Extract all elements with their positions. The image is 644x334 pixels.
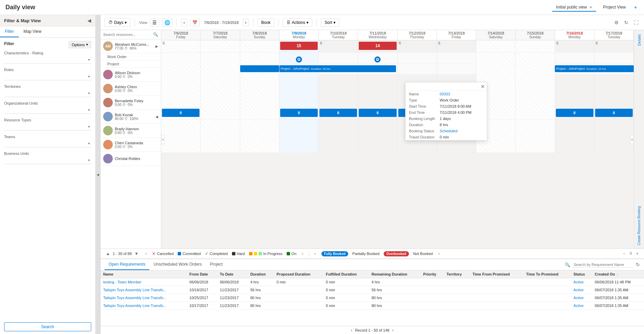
refresh-icon[interactable]: ↻ <box>623 19 630 26</box>
row4-name-link[interactable]: Tailspin Toys Assembly Line Transfo... <box>103 304 166 308</box>
col-proposed-duration[interactable]: Proposed Duration <box>274 270 323 278</box>
col-time-from-promised[interactable]: Time From Promised <box>470 270 523 278</box>
status-prev-button[interactable]: ‹ <box>144 251 148 256</box>
sidebar-collapse-handle[interactable]: ◀ <box>96 15 100 334</box>
resource-item-bernadette[interactable]: Bernadette Foley 0:00 ⏱ 0% <box>100 96 161 110</box>
resource-item-bob[interactable]: Bob Kozak 80:00 ⏱ 100% ◀ <box>100 110 161 124</box>
col-status[interactable]: Status <box>571 270 592 278</box>
filter-characteristics-dropdown[interactable] <box>4 56 91 64</box>
work-order-icon-monday[interactable] <box>296 56 302 63</box>
nav-down-button[interactable]: ▼ <box>133 251 140 256</box>
requirement-search-input[interactable] <box>572 262 634 268</box>
col-fulfilled-duration[interactable]: Fulfilled Duration <box>323 270 369 278</box>
project-bar-johnproject-1[interactable]: Project - JohnProject Duration: 30 hrs <box>279 65 396 72</box>
bob-bar-5[interactable]: 8 <box>359 109 396 117</box>
refresh-button[interactable]: ↻ <box>636 262 640 267</box>
cal-scroll-left[interactable]: ‹ <box>161 135 165 144</box>
tab-initial-public-view[interactable]: Initial public view ✕ <box>552 3 596 12</box>
resource-item-christal[interactable]: Christal Robles <box>100 152 161 166</box>
popup-name-value[interactable]: 00333 <box>440 92 450 96</box>
filter-roles-dropdown[interactable] <box>4 73 91 80</box>
sort-button[interactable]: Sort ▾ <box>321 18 339 27</box>
minus-button[interactable]: − <box>621 251 627 256</box>
cal-cell-0-3[interactable]: 15 <box>279 40 319 52</box>
row3-status-link[interactable]: Active <box>574 296 584 300</box>
cal-wo-3[interactable] <box>279 53 319 64</box>
sidebar-nav-map-view[interactable]: Map View <box>19 26 46 37</box>
tab-project-view[interactable]: Project View <box>599 3 630 12</box>
status-next-button[interactable]: › <box>301 251 305 256</box>
pause-icon[interactable]: ⏸ <box>629 251 633 256</box>
col-created-on[interactable]: Created On ↑ <box>592 270 644 278</box>
col-duration[interactable]: Duration <box>248 270 274 278</box>
filter-territories-dropdown[interactable] <box>4 90 91 97</box>
cal-scroll-right[interactable]: › <box>630 135 634 144</box>
col-territory[interactable]: Territory <box>444 270 470 278</box>
bob-bar-11[interactable]: 8 <box>595 109 633 117</box>
bob-bar-4[interactable]: 8 <box>319 109 357 117</box>
col-priority[interactable]: Priority <box>421 270 444 278</box>
create-resource-booking-tab[interactable]: Create Resource Booking <box>636 203 642 249</box>
col-name[interactable]: Name <box>100 270 187 278</box>
tab-project[interactable]: Project <box>206 259 227 270</box>
bob-bar-10[interactable]: 8 <box>556 109 593 117</box>
tab-close-icon[interactable]: ✕ <box>589 5 592 9</box>
record-next-button[interactable]: › <box>392 328 394 333</box>
cal-bob-4[interactable]: 8 <box>319 107 358 119</box>
expand-icon[interactable]: ⛶ <box>632 19 640 26</box>
booking-bar-15[interactable]: 15 <box>280 42 318 50</box>
col-to-date[interactable]: To Date <box>217 270 248 278</box>
resource-item-cheri[interactable]: Cheri Castaneda 0:00 ⏱ 0% <box>100 138 161 152</box>
cal-bob-0[interactable]: 8 <box>161 107 201 119</box>
calendar-icon-button[interactable]: 📅 <box>190 19 200 26</box>
booking-next-button[interactable]: › <box>437 251 441 256</box>
resource-item-brady[interactable]: Brady Hannon 0:00 ⏱ 0% <box>100 124 161 138</box>
project-bar-johnproject-2[interactable]: Project - JohnProject Duration: 24 hrs <box>555 65 634 72</box>
filter-business-units-dropdown[interactable] <box>4 157 91 164</box>
days-button[interactable]: ⏱ Days ▾ <box>105 18 131 27</box>
sidebar-toggle-button[interactable]: ◀ <box>87 18 91 23</box>
search-icon[interactable]: 🔍 <box>153 32 158 37</box>
overbooked-button[interactable]: Overbooked <box>384 251 409 256</box>
filter-options-button[interactable]: Options ▾ <box>69 41 91 48</box>
popup-booking-status-value[interactable]: Scheduled <box>440 129 457 133</box>
resource-item-abraham[interactable]: AM Abraham McCormi... 77:00 ⏱ 96% ▶ <box>100 39 161 53</box>
tab-unscheduled-work-orders[interactable]: Unscheduled Work Orders <box>149 259 206 270</box>
popup-close-button[interactable]: ✕ <box>481 84 485 89</box>
filter-org-units-dropdown[interactable] <box>4 107 91 114</box>
cal-bob-11[interactable]: 8 <box>594 107 634 119</box>
tab-add-button[interactable]: + <box>633 4 639 11</box>
plus-button[interactable]: + <box>635 251 640 256</box>
settings-icon[interactable]: ⚙ <box>613 19 620 26</box>
resource-item-allison[interactable]: Allison Dickson 0:00 ⏱ 0% <box>100 68 161 82</box>
actions-button[interactable]: ☰ Actions ▾ <box>283 18 312 27</box>
details-tab[interactable]: Details <box>636 30 643 50</box>
resource-expand-abraham[interactable]: ▶ <box>155 44 158 48</box>
col-from-date[interactable]: From Date <box>187 270 217 278</box>
filter-teams-dropdown[interactable] <box>4 140 91 147</box>
row1-name-link[interactable]: testing - Team Member <box>103 280 141 284</box>
book-button[interactable]: Book <box>258 18 274 27</box>
nav-up-button[interactable]: ▲ <box>105 251 111 256</box>
sidebar-nav-filter[interactable]: Filter <box>0 26 19 37</box>
row2-name-link[interactable]: Tailspin Toys Assembly Line Transfo... <box>103 288 166 292</box>
tab-open-requirements[interactable]: Open Requirements <box>105 259 149 270</box>
booking-bar-14[interactable]: 14 <box>359 42 396 50</box>
view-list-button[interactable]: ☰ <box>150 18 159 27</box>
row3-name-link[interactable]: Tailspin Toys Assembly Line Transfo... <box>103 296 166 300</box>
cal-bob-5[interactable]: 8 <box>358 107 397 119</box>
row2-status-link[interactable]: Active <box>574 288 584 292</box>
fully-booked-button[interactable]: Fully Booked <box>321 251 348 256</box>
bob-bar-3[interactable]: 8 <box>280 109 318 117</box>
col-remaining-duration[interactable]: Remaining Duration <box>369 270 420 278</box>
bob-bar-0[interactable]: 8 <box>162 109 200 117</box>
cal-wo-5[interactable] <box>358 53 397 64</box>
cal-cell-0-5[interactable]: 14 <box>358 40 397 52</box>
project-bar-small[interactable] <box>240 65 279 72</box>
resource-expand-bob[interactable]: ◀ <box>155 115 158 119</box>
work-order-icon-wednesday[interactable] <box>374 56 381 63</box>
resource-search-input[interactable] <box>103 32 152 37</box>
record-prev-button[interactable]: ‹ <box>351 328 352 333</box>
booking-prev-button[interactable]: ‹ <box>313 251 317 256</box>
row1-status-link[interactable]: Active <box>574 280 584 284</box>
